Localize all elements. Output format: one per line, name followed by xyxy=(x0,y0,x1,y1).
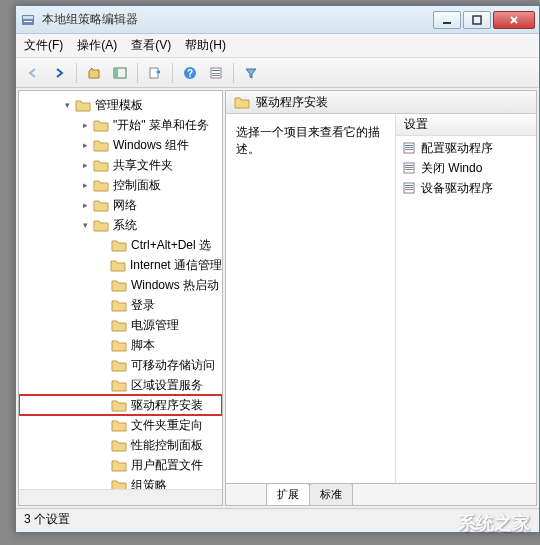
maximize-button[interactable] xyxy=(463,11,491,29)
folder-icon xyxy=(110,258,126,272)
folder-icon xyxy=(93,178,109,192)
expand-icon[interactable]: ▸ xyxy=(79,179,91,191)
tree-node[interactable]: Internet 通信管理 xyxy=(19,255,222,275)
tree-node[interactable]: 可移动存储访问 xyxy=(19,355,222,375)
tree-label: 登录 xyxy=(131,297,155,314)
tree-node[interactable]: ▸"开始" 菜单和任务 xyxy=(19,115,222,135)
svg-rect-6 xyxy=(114,68,118,78)
horizontal-scrollbar[interactable] xyxy=(19,489,222,505)
tree-node[interactable]: 性能控制面板 xyxy=(19,435,222,455)
expand-icon[interactable] xyxy=(97,419,109,431)
list-item[interactable]: 配置驱动程序 xyxy=(396,138,536,158)
tree-node[interactable]: ▾系统 xyxy=(19,215,222,235)
tree-node[interactable]: Ctrl+Alt+Del 选 xyxy=(19,235,222,255)
help-button[interactable]: ? xyxy=(179,62,201,84)
folder-icon xyxy=(93,118,109,132)
forward-button[interactable] xyxy=(48,62,70,84)
expand-icon[interactable] xyxy=(97,299,109,311)
menu-help[interactable]: 帮助(H) xyxy=(185,37,226,54)
close-button[interactable] xyxy=(493,11,535,29)
settings-column-header[interactable]: 设置 xyxy=(396,114,536,136)
svg-rect-11 xyxy=(212,70,220,71)
tree-node[interactable]: Windows 热启动 xyxy=(19,275,222,295)
folder-icon xyxy=(111,458,127,472)
expand-icon[interactable] xyxy=(97,279,109,291)
menu-view[interactable]: 查看(V) xyxy=(131,37,171,54)
menu-file[interactable]: 文件(F) xyxy=(24,37,63,54)
settings-list: 配置驱动程序关闭 Windo设备驱动程序 xyxy=(396,136,536,200)
expand-icon[interactable] xyxy=(97,379,109,391)
tree-label: 可移动存储访问 xyxy=(131,357,215,374)
tree-node[interactable]: 驱动程序安装 xyxy=(19,395,222,415)
svg-rect-1 xyxy=(23,16,33,19)
statusbar: 3 个设置 xyxy=(16,508,539,530)
expand-icon[interactable] xyxy=(97,239,109,251)
tree-label: 网络 xyxy=(113,197,137,214)
folder-icon xyxy=(111,358,127,372)
menu-action[interactable]: 操作(A) xyxy=(77,37,117,54)
tree-node[interactable]: 登录 xyxy=(19,295,222,315)
right-body: 选择一个项目来查看它的描述。 设置 配置驱动程序关闭 Windo设备驱动程序 xyxy=(225,114,537,484)
expand-icon[interactable] xyxy=(97,339,109,351)
list-item[interactable]: 设备驱动程序 xyxy=(396,178,536,198)
tree-node[interactable]: ▸网络 xyxy=(19,195,222,215)
export-button[interactable] xyxy=(144,62,166,84)
expand-icon[interactable]: ▸ xyxy=(79,159,91,171)
toolbar-separator xyxy=(137,63,138,83)
tab-standard[interactable]: 标准 xyxy=(309,483,353,505)
collapse-icon[interactable]: ▾ xyxy=(79,219,91,231)
expand-icon[interactable] xyxy=(97,439,109,451)
content-area: ▾ 管理模板 ▸"开始" 菜单和任务▸Windows 组件▸共享文件夹▸控制面板… xyxy=(16,88,539,508)
expand-icon[interactable]: ▸ xyxy=(79,199,91,211)
svg-rect-17 xyxy=(405,149,413,150)
svg-rect-25 xyxy=(405,189,413,190)
expand-icon[interactable] xyxy=(97,459,109,471)
folder-icon xyxy=(111,438,127,452)
folder-icon xyxy=(111,418,127,432)
app-icon xyxy=(20,12,36,28)
expand-icon[interactable] xyxy=(97,399,109,411)
svg-rect-4 xyxy=(473,16,481,24)
expand-icon[interactable]: ▸ xyxy=(79,139,91,151)
tree-label: "开始" 菜单和任务 xyxy=(113,117,209,134)
folder-icon xyxy=(93,198,109,212)
up-button[interactable] xyxy=(83,62,105,84)
tab-extended[interactable]: 扩展 xyxy=(266,483,310,505)
folder-icon xyxy=(93,158,109,172)
expand-icon[interactable] xyxy=(97,319,109,331)
expand-icon[interactable]: ▸ xyxy=(79,119,91,131)
setting-icon xyxy=(402,161,416,175)
tree-node[interactable]: ▸共享文件夹 xyxy=(19,155,222,175)
expand-icon[interactable] xyxy=(97,359,109,371)
collapse-icon[interactable]: ▾ xyxy=(61,99,73,111)
minimize-button[interactable] xyxy=(433,11,461,29)
folder-icon xyxy=(111,298,127,312)
tree-label: 管理模板 xyxy=(95,97,143,114)
svg-rect-19 xyxy=(405,165,413,166)
back-button[interactable] xyxy=(22,62,44,84)
tree-node[interactable]: ▸Windows 组件 xyxy=(19,135,222,155)
toolbar-separator xyxy=(233,63,234,83)
toolbar-separator xyxy=(172,63,173,83)
setting-icon xyxy=(402,141,416,155)
tree-node[interactable]: 区域设置服务 xyxy=(19,375,222,395)
tree-node-root[interactable]: ▾ 管理模板 xyxy=(19,95,222,115)
tree-node[interactable]: 电源管理 xyxy=(19,315,222,335)
tree-label: 区域设置服务 xyxy=(131,377,203,394)
window-title: 本地组策略编辑器 xyxy=(42,11,433,28)
folder-icon xyxy=(93,218,109,232)
tree-node[interactable]: 文件夹重定向 xyxy=(19,415,222,435)
tree-panel[interactable]: ▾ 管理模板 ▸"开始" 菜单和任务▸Windows 组件▸共享文件夹▸控制面板… xyxy=(18,90,223,506)
tree-label: Ctrl+Alt+Del 选 xyxy=(131,237,211,254)
list-item[interactable]: 关闭 Windo xyxy=(396,158,536,178)
svg-rect-24 xyxy=(405,187,413,188)
properties-button[interactable] xyxy=(205,62,227,84)
expand-icon[interactable] xyxy=(97,259,108,271)
folder-icon xyxy=(111,278,127,292)
filter-button[interactable] xyxy=(240,62,262,84)
titlebar[interactable]: 本地组策略编辑器 xyxy=(16,6,539,34)
tree-node[interactable]: ▸控制面板 xyxy=(19,175,222,195)
tree-node[interactable]: 脚本 xyxy=(19,335,222,355)
tree-node[interactable]: 用户配置文件 xyxy=(19,455,222,475)
show-hide-tree-button[interactable] xyxy=(109,62,131,84)
